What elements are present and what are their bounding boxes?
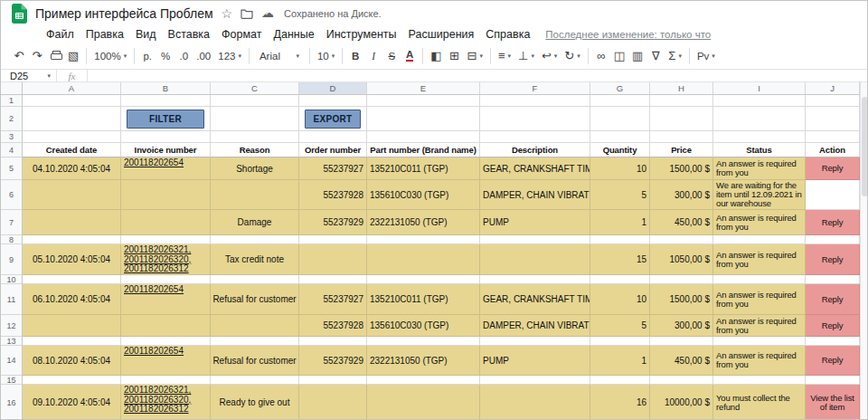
cell-G3[interactable] — [590, 131, 650, 143]
invoice-link[interactable]: 2001182026321, — [124, 386, 191, 396]
invoice-link[interactable]: 2001182026312 — [124, 264, 189, 274]
cell-H7[interactable]: 450,00 $ — [650, 210, 713, 235]
cell-G5[interactable]: 10 — [590, 158, 650, 180]
cell-D7[interactable]: 55237929 — [299, 210, 367, 235]
borders-button[interactable]: ⊞ — [446, 46, 464, 66]
cell-C1[interactable] — [211, 95, 299, 107]
cell-I6[interactable]: We are waiting for the item until 12.09.… — [713, 180, 806, 210]
cell-C12[interactable] — [211, 315, 299, 337]
cell-J14[interactable]: Reply — [806, 346, 860, 376]
cell-C9[interactable]: Tax credit note — [211, 244, 299, 275]
row-header-3[interactable]: 3 — [1, 131, 23, 143]
row-header-13[interactable]: 13 — [1, 337, 23, 346]
redo-button[interactable]: ↷ — [28, 46, 46, 66]
cell-E10[interactable] — [367, 275, 480, 284]
cell-F3[interactable] — [480, 131, 590, 143]
cell-D14[interactable]: 55237929 — [299, 346, 367, 376]
cell-D1[interactable] — [299, 95, 367, 107]
column-header-F[interactable]: F — [480, 82, 590, 95]
cell-J12[interactable]: Reply — [806, 315, 860, 337]
cell-D13[interactable] — [299, 337, 367, 346]
cell-G13[interactable] — [590, 337, 650, 346]
zoom-button[interactable]: 100%▾ — [90, 46, 130, 66]
cell-F9[interactable] — [480, 244, 590, 275]
cell-E9[interactable] — [367, 244, 480, 275]
cell-A12[interactable] — [23, 315, 121, 337]
cell-F15[interactable] — [480, 376, 590, 385]
cell-H4[interactable]: Price — [650, 143, 713, 158]
cell-D12[interactable]: 55237928 — [299, 315, 367, 337]
row-header-1[interactable]: 1 — [1, 95, 23, 107]
scrollbar-thumb[interactable] — [862, 97, 868, 196]
cell-B14[interactable]: 200118202654 — [121, 346, 211, 376]
cell-H15[interactable] — [650, 376, 713, 385]
cell-C11[interactable]: Refusal for customer — [211, 284, 299, 315]
cell-A16[interactable]: 09.10.2020 4:05:04 — [23, 385, 121, 420]
column-header-B[interactable]: B — [121, 82, 211, 95]
cell-H14[interactable]: 450,00 $ — [650, 346, 713, 376]
cell-C5[interactable]: Shortage — [211, 158, 299, 180]
cell-C15[interactable] — [211, 376, 299, 385]
cell-A7[interactable] — [23, 210, 121, 235]
row-header-12[interactable]: 12 — [1, 315, 23, 337]
cell-A6[interactable] — [23, 180, 121, 210]
cell-C4[interactable]: Reason — [211, 143, 299, 158]
export-button[interactable]: EXPORT — [305, 110, 361, 129]
text-rotation-button[interactable]: ↻▾ — [561, 46, 583, 66]
menu-tools[interactable]: Инструменты — [321, 27, 402, 42]
cell-B8[interactable] — [121, 235, 211, 244]
cell-D5[interactable]: 55237927 — [299, 158, 367, 180]
cell-E16[interactable] — [367, 385, 480, 420]
row-header-6[interactable]: 6 — [1, 180, 23, 210]
cell-G11[interactable]: 10 — [590, 284, 650, 315]
cell-A9[interactable]: 05.10.2020 4:05:04 — [23, 244, 121, 275]
cell-E4[interactable]: Part number (Brand name) — [367, 143, 480, 158]
cell-B4[interactable]: Invoice number — [121, 143, 211, 158]
cell-I7[interactable]: An answer is required from you — [713, 210, 806, 235]
cell-H5[interactable]: 1500,00 $ — [650, 158, 713, 180]
cell-F6[interactable]: DAMPER, CHAIN VIBRAT — [480, 180, 590, 210]
vertical-align-button[interactable]: ⊥▾ — [514, 46, 538, 66]
cell-C7[interactable]: Damage — [211, 210, 299, 235]
invoice-link[interactable]: 2001182026321, — [124, 245, 191, 255]
row-header-4[interactable]: 4 — [1, 143, 23, 158]
cell-J3[interactable] — [806, 131, 860, 143]
cell-B13[interactable] — [121, 337, 211, 346]
cell-E6[interactable]: 135610C030 (TGP) — [367, 180, 480, 210]
horizontal-align-button[interactable]: ≡▾ — [495, 46, 514, 66]
cell-I13[interactable] — [713, 337, 806, 346]
cell-I12[interactable]: An answer is required from you — [713, 315, 806, 337]
cell-I11[interactable]: An answer is required from you — [713, 284, 806, 315]
cell-B7[interactable] — [121, 210, 211, 235]
cell-H6[interactable]: 300,00 $ — [650, 180, 713, 210]
cell-A1[interactable] — [23, 95, 121, 107]
cell-D10[interactable] — [299, 275, 367, 284]
select-all-corner[interactable] — [1, 82, 23, 95]
cell-J7[interactable]: Reply — [806, 210, 860, 235]
cell-C3[interactable] — [211, 131, 299, 143]
cell-E3[interactable] — [367, 131, 480, 143]
cell-D16[interactable] — [299, 385, 367, 420]
cell-C6[interactable] — [211, 180, 299, 210]
cell-F1[interactable] — [480, 95, 590, 107]
cell-D2[interactable]: EXPORT — [299, 107, 367, 131]
cell-H10[interactable] — [650, 275, 713, 284]
filter-button[interactable]: FILTER — [127, 110, 204, 129]
cell-E12[interactable]: 135610C030 (TGP) — [367, 315, 480, 337]
row-header-5[interactable]: 5 — [1, 158, 23, 180]
cloud-saved-icon[interactable]: ☁ ✓ — [261, 6, 276, 21]
more-formats-button[interactable]: 123▾ — [214, 46, 245, 66]
cell-D8[interactable] — [299, 235, 367, 244]
row-header-15[interactable]: 15 — [1, 376, 23, 385]
fill-color-button[interactable]: ◧ — [427, 46, 445, 66]
cell-F16[interactable] — [480, 385, 590, 420]
cell-C10[interactable] — [211, 275, 299, 284]
row-header-7[interactable]: 7 — [1, 210, 23, 235]
cell-A8[interactable] — [23, 235, 121, 244]
merge-cells-button[interactable]: ⊟▾ — [464, 46, 486, 66]
column-header-C[interactable]: C — [211, 82, 299, 95]
cell-G2[interactable] — [590, 107, 650, 131]
menu-extensions[interactable]: Расширения — [403, 27, 480, 42]
row-header-14[interactable]: 14 — [1, 346, 23, 376]
italic-button[interactable]: I — [364, 46, 382, 66]
